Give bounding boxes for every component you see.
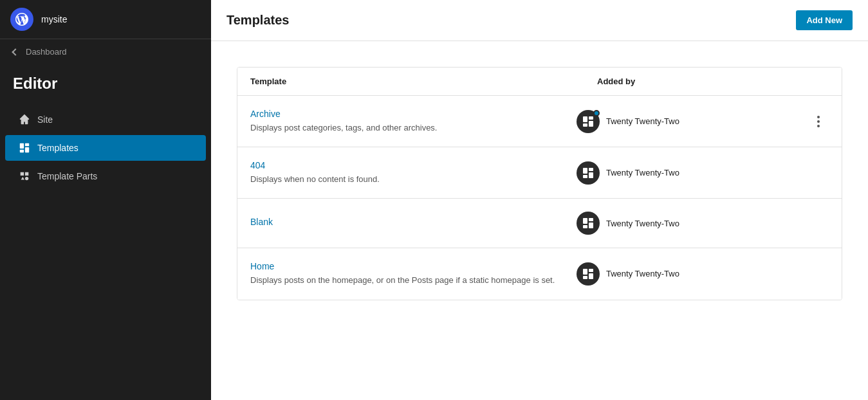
svg-rect-12 [583, 218, 587, 224]
chevron-left-icon [12, 48, 19, 55]
column-template: Template [250, 77, 597, 86]
template-desc-404: Displays when no content is found. [250, 174, 380, 184]
theme-logo-icon [582, 268, 595, 280]
row-added-by-blank: Twenty Twenty-Two [577, 212, 808, 235]
svg-rect-10 [583, 175, 587, 178]
svg-rect-17 [589, 269, 593, 272]
template-desc-home: Displays posts on the homepage, or on th… [250, 275, 555, 285]
sidebar-item-templates-label: Templates [37, 143, 78, 153]
row-added-by-archive: Twenty Twenty-Two [577, 110, 808, 133]
wp-logo [10, 8, 33, 31]
theme-name-404: Twenty Twenty-Two [606, 168, 679, 177]
theme-name-blank: Twenty Twenty-Two [606, 219, 679, 228]
template-parts-icon [18, 170, 31, 183]
main-header: Templates Add New [211, 0, 868, 41]
templates-icon [18, 141, 31, 154]
sidebar-item-templates[interactable]: Templates [5, 135, 206, 161]
sidebar-item-template-parts-label: Template Parts [37, 171, 97, 181]
svg-rect-6 [583, 123, 587, 127]
svg-rect-7 [589, 121, 593, 127]
notification-dot [593, 110, 600, 116]
svg-rect-14 [583, 225, 587, 228]
page-title: Templates [226, 13, 289, 28]
svg-rect-19 [589, 273, 593, 279]
editor-section-title: Editor [0, 64, 211, 105]
theme-name-home: Twenty Twenty-Two [606, 269, 679, 278]
row-more-menu-archive[interactable] [815, 113, 822, 130]
template-link-blank[interactable]: Blank [250, 217, 577, 227]
sidebar-item-template-parts[interactable]: Template Parts [5, 163, 206, 189]
dot1 [817, 116, 820, 118]
row-template-blank: Blank [250, 217, 577, 230]
row-added-by-home: Twenty Twenty-Two [577, 262, 808, 286]
home-icon [18, 113, 31, 126]
dot3 [817, 125, 820, 127]
svg-rect-5 [589, 116, 593, 120]
table-row: Archive Displays post categories, tags, … [237, 96, 842, 147]
wordpress-icon [15, 13, 28, 26]
row-actions-archive [808, 113, 829, 130]
svg-rect-16 [583, 269, 587, 275]
site-name: mysite [41, 14, 67, 24]
dot2 [817, 120, 820, 123]
table-row: 404 Displays when no content is found. T… [237, 147, 842, 199]
add-new-button[interactable]: Add New [796, 10, 853, 30]
table-row: Home Displays posts on the homepage, or … [237, 248, 842, 299]
theme-name-archive: Twenty Twenty-Two [606, 116, 679, 126]
main-content: Templates Add New Template Added by Arch… [211, 0, 868, 400]
column-added-by: Added by [597, 77, 829, 86]
templates-table: Template Added by Archive Displays post … [237, 67, 842, 300]
row-template-home: Home Displays posts on the homepage, or … [250, 261, 577, 286]
theme-icon-blank [577, 212, 600, 235]
row-template-archive: Archive Displays post categories, tags, … [250, 109, 577, 134]
svg-rect-13 [589, 218, 593, 221]
content-area: Template Added by Archive Displays post … [211, 41, 868, 400]
template-link-404[interactable]: 404 [250, 160, 577, 170]
svg-rect-3 [25, 147, 29, 152]
theme-icon-archive [577, 110, 600, 133]
theme-logo-icon [582, 115, 595, 128]
table-row: Blank Twenty Twenty-Two [237, 199, 842, 248]
back-dashboard-label: Dashboard [26, 47, 67, 57]
template-link-home[interactable]: Home [250, 261, 577, 271]
svg-rect-18 [583, 276, 587, 279]
theme-icon-404 [577, 161, 600, 185]
template-link-archive[interactable]: Archive [250, 109, 577, 119]
svg-rect-2 [20, 150, 24, 153]
svg-rect-8 [583, 168, 587, 174]
theme-logo-icon [582, 217, 595, 230]
row-added-by-404: Twenty Twenty-Two [577, 161, 808, 185]
svg-rect-11 [589, 172, 593, 178]
sidebar-item-site-label: Site [37, 114, 53, 125]
row-template-404: 404 Displays when no content is found. [250, 160, 577, 185]
sidebar-header: mysite [0, 0, 211, 39]
svg-rect-15 [589, 223, 593, 228]
theme-icon-home [577, 262, 600, 286]
svg-rect-4 [583, 116, 587, 122]
svg-rect-9 [589, 168, 593, 171]
template-desc-archive: Displays post categories, tags, and othe… [250, 123, 437, 132]
back-to-dashboard-link[interactable]: Dashboard [0, 39, 211, 64]
table-header: Template Added by [237, 68, 842, 96]
sidebar-item-site[interactable]: Site [5, 107, 206, 132]
sidebar: mysite Dashboard Editor Site Templates [0, 0, 211, 400]
theme-logo-icon [582, 167, 595, 179]
svg-rect-1 [25, 143, 29, 147]
svg-rect-0 [20, 143, 24, 149]
